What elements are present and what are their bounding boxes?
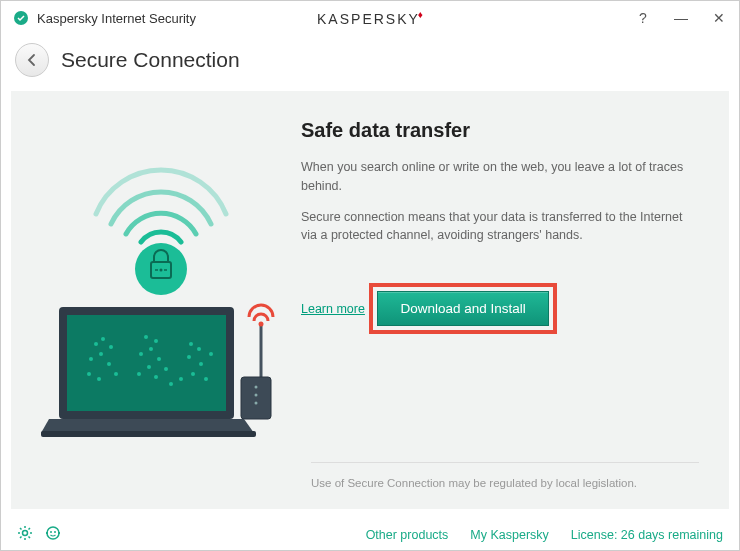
content-area: Safe data transfer When you search onlin… (281, 119, 699, 495)
svg-point-35 (191, 372, 195, 376)
help-icon[interactable]: ? (635, 10, 651, 26)
svg-point-21 (87, 372, 91, 376)
learn-more-link[interactable]: Learn more (301, 302, 365, 316)
svg-point-20 (97, 377, 101, 381)
svg-point-37 (179, 377, 183, 381)
svg-point-39 (209, 352, 213, 356)
svg-point-44 (54, 531, 56, 533)
license-link[interactable]: License: 26 days remaining (571, 528, 723, 542)
svg-point-8 (255, 386, 258, 389)
other-products-link[interactable]: Other products (366, 528, 449, 542)
svg-point-42 (47, 527, 59, 539)
page-title: Secure Connection (61, 48, 240, 72)
app-icon (13, 10, 29, 26)
download-install-button[interactable]: Download and Install (377, 291, 548, 326)
bottom-links: Other products My Kaspersky License: 26 … (366, 528, 723, 542)
svg-point-17 (89, 357, 93, 361)
content-heading: Safe data transfer (301, 119, 699, 142)
content-para-2: Secure connection means that your data i… (301, 208, 699, 246)
subheader: Secure Connection (1, 35, 739, 91)
svg-point-19 (114, 372, 118, 376)
svg-point-31 (189, 342, 193, 346)
window-controls: ? ― ✕ (635, 10, 727, 26)
svg-point-26 (157, 357, 161, 361)
svg-point-14 (101, 337, 105, 341)
svg-rect-40 (41, 431, 256, 437)
svg-point-22 (144, 335, 148, 339)
content-para-1: When you search online or write on the w… (301, 158, 699, 196)
svg-point-41 (23, 531, 28, 536)
svg-point-18 (107, 362, 111, 366)
svg-point-33 (187, 355, 191, 359)
brand-logo: KASPERSKY♦ (317, 9, 423, 27)
svg-point-36 (204, 377, 208, 381)
illustration (41, 119, 281, 495)
svg-point-16 (99, 352, 103, 356)
svg-point-23 (154, 339, 158, 343)
svg-point-29 (154, 375, 158, 379)
svg-point-24 (149, 347, 153, 351)
svg-point-38 (169, 382, 173, 386)
svg-point-27 (147, 365, 151, 369)
svg-point-28 (137, 372, 141, 376)
svg-point-10 (255, 402, 258, 405)
my-kaspersky-link[interactable]: My Kaspersky (470, 528, 549, 542)
gear-icon[interactable] (17, 525, 33, 544)
title-bar: Kaspersky Internet Security KASPERSKY♦ ?… (1, 1, 739, 35)
back-button[interactable] (15, 43, 49, 77)
svg-point-34 (199, 362, 203, 366)
bottom-icons (17, 525, 61, 544)
minimize-icon[interactable]: ― (673, 10, 689, 26)
svg-rect-6 (241, 377, 271, 419)
svg-point-3 (160, 269, 163, 272)
svg-point-43 (50, 531, 52, 533)
brand-accent: ♦ (418, 9, 423, 20)
svg-point-15 (109, 345, 113, 349)
brand-text: KASPERSKY (317, 11, 420, 27)
svg-point-25 (139, 352, 143, 356)
cta-highlight-box: Download and Install (369, 283, 556, 334)
svg-point-5 (259, 322, 264, 327)
svg-point-30 (164, 367, 168, 371)
close-icon[interactable]: ✕ (711, 10, 727, 26)
svg-point-13 (94, 342, 98, 346)
svg-point-9 (255, 394, 258, 397)
support-icon[interactable] (45, 525, 61, 544)
legal-note: Use of Secure Connection may be regulate… (311, 462, 699, 489)
svg-point-32 (197, 347, 201, 351)
main-panel: Safe data transfer When you search onlin… (11, 91, 729, 509)
bottom-bar: Other products My Kaspersky License: 26 … (1, 519, 739, 550)
